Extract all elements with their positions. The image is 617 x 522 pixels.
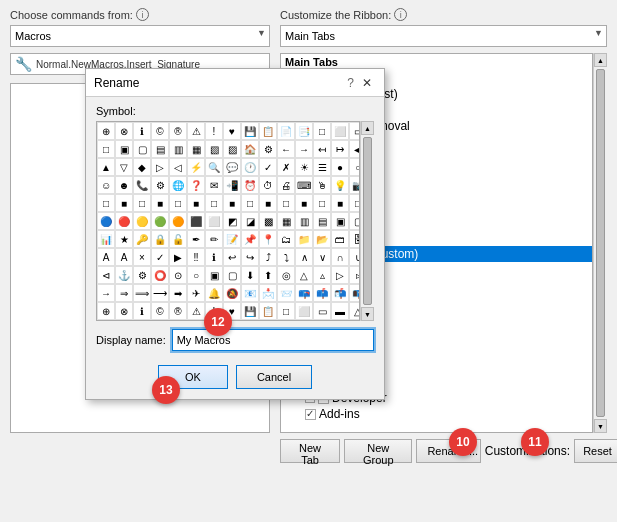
symbol-cell-0-11[interactable]: 📑 <box>295 122 313 140</box>
symbol-cell-0-10[interactable]: 📄 <box>277 122 295 140</box>
symbol-cell-3-5[interactable]: ❓ <box>187 176 205 194</box>
symbol-cell-1-5[interactable]: ▦ <box>187 140 205 158</box>
symbol-cell-2-11[interactable]: ☀ <box>295 158 313 176</box>
symbol-cell-7-9[interactable]: ⤴ <box>259 248 277 266</box>
symbol-cell-9-13[interactable]: 📬 <box>331 284 349 302</box>
symbol-cell-0-13[interactable]: ⬜ <box>331 122 349 140</box>
symbol-cell-6-8[interactable]: 📌 <box>241 230 259 248</box>
symbol-cell-5-8[interactable]: ◪ <box>241 212 259 230</box>
symbol-cell-3-2[interactable]: 📞 <box>133 176 151 194</box>
symbol-cell-9-14[interactable]: 📭 <box>349 284 360 302</box>
symbol-cell-5-11[interactable]: ▥ <box>295 212 313 230</box>
symbol-cell-11-0[interactable]: 🔧 <box>97 320 115 321</box>
symbol-cell-4-10[interactable]: □ <box>277 194 295 212</box>
symbol-cell-3-14[interactable]: 📷 <box>349 176 360 194</box>
symbol-cell-7-3[interactable]: ✓ <box>151 248 169 266</box>
symbol-cell-8-2[interactable]: ⚙ <box>133 266 151 284</box>
symbol-cell-2-5[interactable]: ⚡ <box>187 158 205 176</box>
symbol-cell-3-3[interactable]: ⚙ <box>151 176 169 194</box>
symbol-cell-10-6[interactable]: ! <box>205 302 223 320</box>
symbol-cell-5-0[interactable]: 🔵 <box>97 212 115 230</box>
symbol-cell-10-7[interactable]: ♥ <box>223 302 241 320</box>
symbol-cell-11-6[interactable]: 🔩 <box>205 320 223 321</box>
symbol-cell-3-0[interactable]: ☺ <box>97 176 115 194</box>
symbol-cell-3-9[interactable]: ⏱ <box>259 176 277 194</box>
symbol-cell-1-7[interactable]: ▨ <box>223 140 241 158</box>
symbol-cell-0-2[interactable]: ℹ <box>133 122 151 140</box>
symbol-cell-1-0[interactable]: □ <box>97 140 115 158</box>
symbol-cell-1-12[interactable]: ↤ <box>313 140 331 158</box>
symbol-cell-1-3[interactable]: ▤ <box>151 140 169 158</box>
symbol-cell-11-3[interactable]: ⚒ <box>151 320 169 321</box>
symbol-cell-10-11[interactable]: ⬜ <box>295 302 313 320</box>
symbol-cell-5-3[interactable]: 🟢 <box>151 212 169 230</box>
symbol-cell-11-7[interactable]: 🔗 <box>223 320 241 321</box>
symbol-cell-8-7[interactable]: ▢ <box>223 266 241 284</box>
symbol-cell-4-7[interactable]: ■ <box>223 194 241 212</box>
symbol-cell-10-5[interactable]: ⚠ <box>187 302 205 320</box>
symbol-cell-9-4[interactable]: ➡ <box>169 284 187 302</box>
symbol-cell-6-9[interactable]: 📍 <box>259 230 277 248</box>
symbol-cell-4-1[interactable]: ■ <box>115 194 133 212</box>
symbol-cell-7-14[interactable]: ∪ <box>349 248 360 266</box>
symbol-cell-4-6[interactable]: □ <box>205 194 223 212</box>
symbol-cell-4-2[interactable]: □ <box>133 194 151 212</box>
symbol-cell-3-11[interactable]: ⌨ <box>295 176 313 194</box>
symbol-cell-4-9[interactable]: ■ <box>259 194 277 212</box>
symbol-cell-8-9[interactable]: ⬆ <box>259 266 277 284</box>
symbol-cell-9-6[interactable]: 🔔 <box>205 284 223 302</box>
symbol-cell-5-14[interactable]: ▢ <box>349 212 360 230</box>
symbol-cell-9-3[interactable]: ⟶ <box>151 284 169 302</box>
symbol-cell-2-1[interactable]: ▽ <box>115 158 133 176</box>
symbol-cell-1-4[interactable]: ▥ <box>169 140 187 158</box>
dialog-help-button[interactable]: ? <box>347 76 354 90</box>
symbol-cell-10-10[interactable]: □ <box>277 302 295 320</box>
symbol-cell-9-7[interactable]: 🔕 <box>223 284 241 302</box>
symbol-cell-9-0[interactable]: → <box>97 284 115 302</box>
symbol-cell-9-8[interactable]: 📧 <box>241 284 259 302</box>
symbol-cell-6-0[interactable]: 📊 <box>97 230 115 248</box>
symbol-cell-3-10[interactable]: 🖨 <box>277 176 295 194</box>
symbol-cell-5-10[interactable]: ▦ <box>277 212 295 230</box>
symbol-cell-4-0[interactable]: □ <box>97 194 115 212</box>
symbol-cell-11-4[interactable]: 🛠 <box>169 320 187 321</box>
symbol-cell-1-9[interactable]: ⚙ <box>259 140 277 158</box>
symbol-cell-10-2[interactable]: ℹ <box>133 302 151 320</box>
symbol-cell-8-6[interactable]: ▣ <box>205 266 223 284</box>
symbol-cell-2-14[interactable]: ○ <box>349 158 360 176</box>
symbol-cell-0-4[interactable]: ® <box>169 122 187 140</box>
symbol-cell-10-14[interactable]: △ <box>349 302 360 320</box>
symbol-cell-5-2[interactable]: 🟡 <box>133 212 151 230</box>
symbol-cell-7-7[interactable]: ↩ <box>223 248 241 266</box>
symbol-cell-4-13[interactable]: ■ <box>331 194 349 212</box>
symbol-cell-0-0[interactable]: ⊕ <box>97 122 115 140</box>
symbol-cell-6-4[interactable]: 🔓 <box>169 230 187 248</box>
symbol-scrollbar[interactable]: ▲ ▼ <box>360 121 374 321</box>
symbol-cell-0-14[interactable]: ▭ <box>349 122 360 140</box>
symbol-cell-6-14[interactable]: 🗄 <box>349 230 360 248</box>
symbol-cell-10-9[interactable]: 📋 <box>259 302 277 320</box>
symbol-cell-9-12[interactable]: 📫 <box>313 284 331 302</box>
symbol-cell-0-3[interactable]: © <box>151 122 169 140</box>
symbol-cell-10-4[interactable]: ® <box>169 302 187 320</box>
symbol-cell-2-0[interactable]: ▲ <box>97 158 115 176</box>
symbol-cell-5-7[interactable]: ◩ <box>223 212 241 230</box>
symbol-cell-0-12[interactable]: □ <box>313 122 331 140</box>
symbol-cell-9-1[interactable]: ⇒ <box>115 284 133 302</box>
symbol-cell-8-10[interactable]: ◎ <box>277 266 295 284</box>
symbol-cell-2-3[interactable]: ▷ <box>151 158 169 176</box>
symbol-cell-4-12[interactable]: □ <box>313 194 331 212</box>
symbol-cell-5-4[interactable]: 🟠 <box>169 212 187 230</box>
symbol-cell-7-1[interactable]: A <box>115 248 133 266</box>
symbol-cell-8-14[interactable]: ▹ <box>349 266 360 284</box>
symbol-cell-6-12[interactable]: 📂 <box>313 230 331 248</box>
symbol-cell-7-12[interactable]: ∨ <box>313 248 331 266</box>
symbol-cell-6-10[interactable]: 🗂 <box>277 230 295 248</box>
symbol-cell-0-9[interactable]: 📋 <box>259 122 277 140</box>
symbol-cell-7-5[interactable]: ‼ <box>187 248 205 266</box>
dialog-ok-button[interactable]: OK <box>158 365 228 389</box>
symbol-cell-11-13[interactable]: 🖋 <box>331 320 349 321</box>
symbol-cell-0-8[interactable]: 💾 <box>241 122 259 140</box>
symbol-cell-3-4[interactable]: 🌐 <box>169 176 187 194</box>
symbol-cell-6-6[interactable]: ✏ <box>205 230 223 248</box>
